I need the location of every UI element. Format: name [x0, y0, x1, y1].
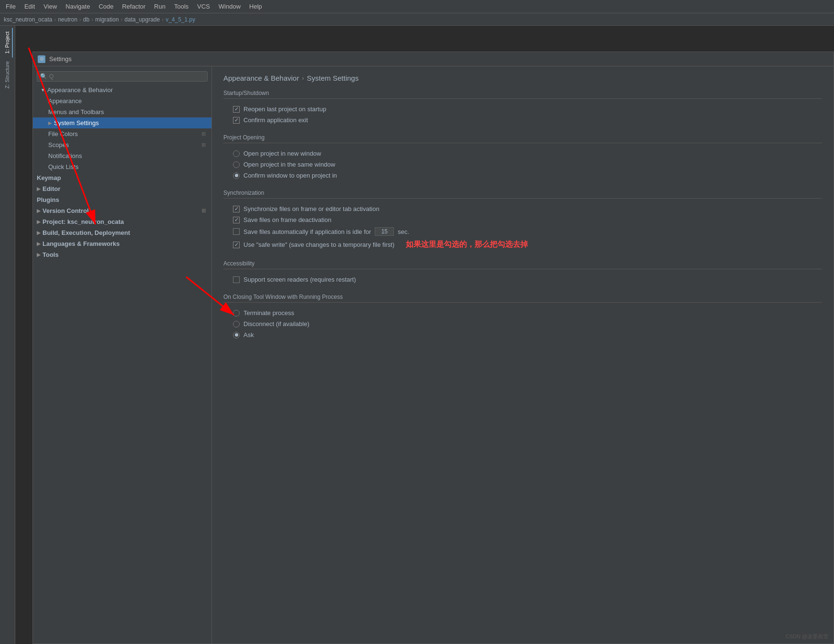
- label-screen-readers: Support screen readers (requires restart…: [243, 276, 356, 283]
- section-closing-tool: On Closing Tool Window with Running Proc…: [223, 294, 822, 340]
- search-box[interactable]: 🔍: [37, 71, 208, 82]
- radio-disconnect[interactable]: [233, 321, 240, 327]
- option-save-idle: Save files automatically if application …: [223, 225, 822, 238]
- tree-item-editor[interactable]: ▶ Editor: [33, 183, 211, 194]
- menu-tools[interactable]: Tools: [170, 2, 192, 11]
- section-title-startup: Startup/Shutdown: [223, 90, 822, 99]
- label-ask: Ask: [243, 331, 254, 338]
- menu-run[interactable]: Run: [150, 2, 169, 11]
- tree-item-file-colors[interactable]: File Colors ⊞: [33, 128, 211, 139]
- tree-label-languages: Languages & Frameworks: [42, 240, 120, 247]
- radio-ask[interactable]: [233, 332, 240, 338]
- breadcrumb-sep-2: ›: [79, 16, 81, 23]
- tree-label-tools: Tools: [42, 251, 59, 258]
- settings-body: 🔍 ▼ Appearance & Behavior Appearance Men…: [33, 66, 834, 644]
- sidebar-tab-structure[interactable]: Z: Structure: [2, 57, 13, 92]
- option-sync-files: Synchronize files on frame or editor tab…: [223, 203, 822, 214]
- settings-content: Appearance & Behavior › System Settings …: [212, 66, 834, 644]
- tree-item-system-settings[interactable]: ▶ System Settings: [33, 117, 211, 128]
- tree-item-scopes[interactable]: Scopes ⊞: [33, 139, 211, 150]
- checkbox-safe-write[interactable]: [233, 242, 240, 248]
- label-open-same-window: Open project in the same window: [243, 161, 335, 168]
- search-input[interactable]: [49, 73, 204, 80]
- checkbox-save-idle[interactable]: [233, 228, 240, 235]
- breadcrumb-file[interactable]: v_4_5_1.py: [166, 16, 195, 23]
- tree-item-build[interactable]: ▶ Build, Execution, Deployment: [33, 227, 211, 238]
- breadcrumb-sep-4: ›: [121, 16, 123, 23]
- tree-item-keymap[interactable]: Keymap: [33, 172, 211, 183]
- option-confirm-exit: Confirm application exit: [223, 115, 822, 126]
- menu-edit[interactable]: Edit: [21, 2, 39, 11]
- menu-view[interactable]: View: [40, 2, 61, 11]
- label-open-new-window: Open project in new window: [243, 150, 321, 157]
- sec-label: sec.: [398, 228, 409, 235]
- chinese-annotation: 如果这里是勾选的，那么把勾选去掉: [406, 240, 528, 250]
- menu-file[interactable]: File: [2, 2, 20, 11]
- radio-open-same-window[interactable]: [233, 161, 240, 168]
- main-layout: 1: Project Z: Structure ⚙ Settings 🔍: [0, 26, 834, 644]
- radio-open-new-window[interactable]: [233, 150, 240, 157]
- settings-icon: ⚙: [38, 55, 45, 63]
- label-save-deactivation: Save files on frame deactivation: [243, 216, 331, 223]
- expand-arrow-build: ▶: [37, 230, 41, 235]
- label-confirm-exit: Confirm application exit: [243, 116, 308, 124]
- left-sidebar: 1: Project Z: Structure: [0, 26, 15, 644]
- file-colors-icon: ⊞: [201, 131, 206, 137]
- settings-wrapper: ⚙ Settings 🔍 ▼ Appearance & Behavior: [15, 26, 834, 644]
- label-confirm-window: Confirm window to open project in: [243, 172, 337, 179]
- content-header: Appearance & Behavior › System Settings: [223, 74, 822, 82]
- menu-window[interactable]: Window: [215, 2, 244, 11]
- expand-arrow-lang: ▶: [37, 241, 41, 246]
- tree-label-menus: Menus and Toolbars: [48, 108, 104, 116]
- breadcrumb-migration[interactable]: migration: [95, 16, 118, 23]
- menu-help[interactable]: Help: [245, 2, 266, 11]
- label-reopen-last: Reopen last project on startup: [243, 106, 326, 113]
- radio-confirm-window[interactable]: [233, 172, 240, 179]
- menu-refactor[interactable]: Refactor: [118, 2, 149, 11]
- tree-item-project[interactable]: ▶ Project: ksc_neutron_ocata: [33, 216, 211, 227]
- idle-seconds-input[interactable]: [375, 227, 394, 236]
- tree-item-appearance[interactable]: Appearance: [33, 95, 211, 106]
- tree-item-quick-lists[interactable]: Quick Lists: [33, 161, 211, 172]
- search-icon: 🔍: [40, 73, 47, 80]
- tree-label-scopes: Scopes: [48, 141, 69, 148]
- checkbox-save-deactivation[interactable]: [233, 217, 240, 223]
- menu-vcs[interactable]: VCS: [193, 2, 214, 11]
- section-title-project-opening: Project Opening: [223, 134, 822, 143]
- tree-item-version-control[interactable]: ▶ Version Control ⊞: [33, 205, 211, 216]
- tree-item-appearance-behavior[interactable]: ▼ Appearance & Behavior: [33, 84, 211, 95]
- radio-terminate[interactable]: [233, 310, 240, 317]
- settings-dialog: ⚙ Settings 🔍 ▼ Appearance & Behavior: [32, 52, 834, 644]
- content-breadcrumb-ss: System Settings: [307, 74, 359, 82]
- settings-title: Settings: [49, 55, 72, 63]
- breadcrumb-db[interactable]: db: [83, 16, 89, 23]
- breadcrumb-data-upgrade[interactable]: data_upgrade: [125, 16, 160, 23]
- checkbox-sync-files[interactable]: [233, 206, 240, 212]
- menu-navigate[interactable]: Navigate: [62, 2, 94, 11]
- option-open-same-window: Open project in the same window: [223, 159, 822, 170]
- breadcrumb-root[interactable]: ksc_neutron_ocata: [4, 16, 52, 23]
- section-title-closing: On Closing Tool Window with Running Proc…: [223, 294, 822, 303]
- sidebar-tab-project[interactable]: 1: Project: [2, 28, 13, 57]
- label-save-idle: Save files automatically if application …: [243, 228, 371, 235]
- tree-label-quick-lists: Quick Lists: [48, 163, 79, 170]
- tree-item-tools[interactable]: ▶ Tools: [33, 249, 211, 260]
- tree-label-project: Project: ksc_neutron_ocata: [42, 218, 124, 225]
- tree-label-notifications: Notifications: [48, 152, 82, 159]
- label-sync-files: Synchronize files on frame or editor tab…: [243, 205, 380, 212]
- expand-arrow-ab: ▼: [41, 87, 45, 93]
- tree-item-menus-toolbars[interactable]: Menus and Toolbars: [33, 106, 211, 117]
- expand-arrow-vc: ▶: [37, 208, 41, 213]
- menu-code[interactable]: Code: [95, 2, 117, 11]
- section-project-opening: Project Opening Open project in new wind…: [223, 134, 822, 181]
- breadcrumb-neutron[interactable]: neutron: [58, 16, 77, 23]
- tree-item-languages[interactable]: ▶ Languages & Frameworks: [33, 238, 211, 249]
- checkbox-confirm-exit[interactable]: [233, 117, 240, 124]
- checkbox-screen-readers[interactable]: [233, 276, 240, 283]
- breadcrumb-sep-3: ›: [91, 16, 93, 23]
- settings-tree: 🔍 ▼ Appearance & Behavior Appearance Men…: [33, 66, 212, 644]
- tree-item-notifications[interactable]: Notifications: [33, 150, 211, 161]
- tree-item-plugins[interactable]: Plugins: [33, 194, 211, 205]
- label-terminate: Terminate process: [243, 309, 294, 317]
- checkbox-reopen-last[interactable]: [233, 106, 240, 113]
